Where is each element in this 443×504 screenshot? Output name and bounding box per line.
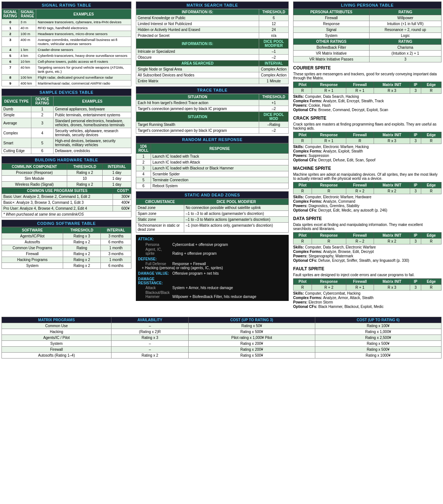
mp-avail-3: – xyxy=(111,341,188,347)
mp-program-2: Agents/IC / Pilot xyxy=(2,335,111,341)
signal-rating-0: 0 xyxy=(2,19,19,25)
courier-desc: These sprites are messengers and tracker… xyxy=(293,72,442,80)
table-row: VR Matrix Initiative Passes 3 xyxy=(293,56,442,62)
table-row: Firewall Rating x 2 3 months xyxy=(2,251,131,257)
response-3: Scramble Spider xyxy=(151,171,289,177)
table-row: * When purchased at same time as commlin… xyxy=(2,212,131,217)
fault-sprite-section: FAULT SPRITE Fault sprites are designed … xyxy=(293,265,442,309)
device-example-1: Public terminals, entertainment systems xyxy=(54,112,131,118)
examples-4: Crawler-drone sensors xyxy=(36,47,131,53)
mp-cost6-2: Rating x 2,500¥ xyxy=(315,335,441,341)
machine-matrix-init-header: Matrix INIT xyxy=(374,182,410,188)
courier-sprite-section: COURIER SPRITE These sprites are messeng… xyxy=(293,65,442,112)
mp-avail-1: (Rating x 2)R xyxy=(111,329,188,335)
range-1: 40 m xyxy=(19,25,36,31)
device-rating-1: 2 xyxy=(31,112,54,118)
courier-powers: Powers: Cookie, Hash xyxy=(293,103,442,107)
table-row: All Subscribed Devices and Nodes Complex… xyxy=(136,72,289,78)
mp-cost6-3: Rating x 500¥ xyxy=(315,341,441,347)
signal-rating-2: 2 xyxy=(2,31,19,37)
table-row: Intricate or Specialized –1 xyxy=(136,49,289,55)
table-row: SITUATION DICE POOL MOD xyxy=(136,112,289,122)
living-persona-table: PERSONA ATTRIBUTES RATING Firewall Willp… xyxy=(293,9,442,62)
crack-firewall-header: Firewall xyxy=(346,132,374,138)
circumstance-0: Dead zone xyxy=(136,205,184,211)
damage-resist-row-0: Attack System + Armor, hits reduce damag… xyxy=(142,286,286,290)
table-row: 2 100 m Headware transceivers, micro-dro… xyxy=(2,31,131,37)
suite-header: COMMON USE PROGRAM SUITES xyxy=(2,188,113,194)
data-stats-row: R R R – 2 R x 2 3 R xyxy=(293,239,442,244)
trace-section: TRACE TABLE SITUATION THRESHOLD Each hit… xyxy=(136,86,289,134)
device-rating-3: 4 xyxy=(31,128,54,138)
mp-cost3-4: Rating x 200¥ xyxy=(189,347,315,353)
threshold-2: Rating x 2 xyxy=(67,182,103,188)
persona-attr-3: System xyxy=(293,33,370,39)
info-2: Hidden or Actively Hunted and Erased xyxy=(136,27,259,33)
machine-response-val: R xyxy=(312,188,346,194)
fault-firewall-val: R + 1 xyxy=(346,285,374,291)
data-firewall-header: Firewall xyxy=(346,233,374,239)
response-0: Launch IC loaded with Track xyxy=(151,154,289,160)
interval-1: 1 day xyxy=(102,176,131,182)
table-row: Hacking Programs Rating x 2 1 month xyxy=(2,257,131,263)
courier-skills: Skills: Computer, Data Search, Hacking xyxy=(293,95,442,99)
table-row: Static zone –1 to –3 to Matrix actions (… xyxy=(136,217,289,223)
table-row: 6 10 km Cell-phone towers, public access… xyxy=(2,59,131,65)
device-type-0: Dumb xyxy=(2,106,31,112)
table-row: Signal Resonance ÷ 2, round up xyxy=(293,27,442,33)
random-alert-title: RANDOM ALERT RESPONSE xyxy=(136,136,289,143)
data-skills: Skills: Computer, Data Search, Electroni… xyxy=(293,245,442,249)
coding-threshold-4: Rating x 2 xyxy=(63,257,101,263)
damage-label: DAMAGE VALUE: xyxy=(138,271,171,275)
damage-val: Offensive program + net hits xyxy=(172,271,219,275)
attack-label: ATTACK: xyxy=(138,237,171,241)
mp-cost6-0: Rating x 100¥ xyxy=(315,323,441,329)
table-row: 1 40 m RFID tags, handheld electronics xyxy=(2,25,131,31)
persona-attr-1: Response xyxy=(293,21,370,27)
damage-block: DAMAGE VALUE: Offensive program + net hi… xyxy=(138,271,286,275)
machine-pilot-header: Pilot xyxy=(293,182,312,188)
crack-matrix-init-header: Matrix INIT xyxy=(374,132,410,138)
fault-title: FAULT SPRITE xyxy=(293,265,442,272)
roll-header: 1D6 ROLL xyxy=(136,144,151,154)
data-powers: Powers: Steganography, Watermark xyxy=(293,254,442,258)
courier-optional: Optional CFs: Browse, Command, Decrypt, … xyxy=(293,108,442,112)
device-rating-4: 5 xyxy=(31,138,54,148)
fault-matrix-init-header: Matrix INIT xyxy=(374,279,410,285)
suite-0: Basic User: Analyze 2, Browse 2, Command… xyxy=(2,194,113,200)
device-type-5: Cutting Edge xyxy=(2,148,31,154)
roll-3: 4 xyxy=(136,171,151,177)
courier-edge-val: R xyxy=(421,88,442,94)
table-row: Target's connection jammed open by black… xyxy=(136,128,289,134)
machine-firewall-val: R + 2 xyxy=(346,188,374,194)
courier-ip-val: 3 xyxy=(410,88,421,94)
range-2: 100 m xyxy=(19,31,36,37)
crack-stats-row: R R + 1 R R x 3 3 R xyxy=(293,138,442,144)
coding-software-section: CODING SOFTWARE TABLE SOFTWARE THRESHOLD… xyxy=(1,220,131,269)
data-stats-table: Pilot Response Firewall Matrix INIT IP E… xyxy=(293,232,442,244)
mp-cost6-4: Rating x 500¥ xyxy=(315,347,441,353)
ms-modifier-0: –1 xyxy=(259,49,289,55)
data-forms: Complex Forms: Analyze, Browse, Edit, De… xyxy=(293,250,442,254)
machine-title: MACHINE SPRITE xyxy=(293,165,442,172)
combat-rules-section: ATTACK: Persona Cybercombat + offensive … xyxy=(136,235,289,301)
device-type-3: Complex xyxy=(2,128,31,138)
range-6: 10 km xyxy=(19,59,36,65)
full-defense-label: Full Defense xyxy=(145,262,171,266)
cost-0: 300¥ xyxy=(113,194,131,200)
machine-powers: Powers: Diagnostics, Gremlins, Stability xyxy=(293,204,442,208)
examples-0: Nanoware transceivers, cyberware, intra-… xyxy=(36,19,131,25)
ms-interval-0: Complex Action xyxy=(259,66,289,72)
mp-avail-2: Rating x 3 xyxy=(111,335,188,341)
coding-interval-2: 1 month xyxy=(100,245,131,251)
software-0: Agents/IC/Pilot xyxy=(2,233,63,239)
signal-rating-6: 6 xyxy=(2,59,19,65)
table-row: 5 4 km Cyberlimb transceivers, heavy dro… xyxy=(2,53,131,59)
damage-resist-row-1: Blackout/Black Hammer Willpower + Biofee… xyxy=(142,291,286,299)
signal-col-header: SIGNAL RATING xyxy=(2,9,19,19)
ms-interval-1: Complex Action xyxy=(259,72,289,78)
defense-label: DEFENSE: xyxy=(138,257,171,261)
other-rating-0: Charisma xyxy=(369,45,441,51)
fault-edge-val: R xyxy=(421,285,442,291)
left-column: SIGNAL RATING TABLE SIGNAL RATING SIGNAL… xyxy=(0,0,133,313)
